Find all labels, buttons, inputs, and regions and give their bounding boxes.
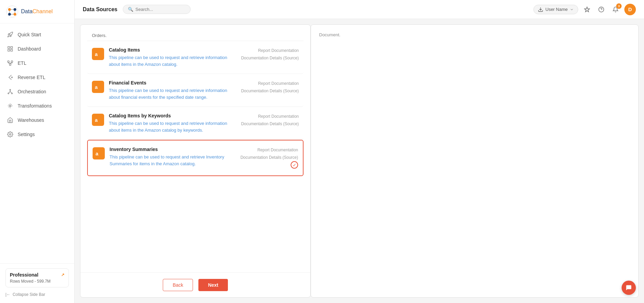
sidebar-item-dashboard[interactable]: Dashboard bbox=[0, 42, 74, 56]
topbar-right: User Name 3 D bbox=[533, 4, 636, 15]
sidebar-item-reverse-etl[interactable]: Reverse ETL bbox=[0, 70, 74, 84]
svg-point-4 bbox=[14, 13, 16, 16]
pipeline-desc-financial-events: This pipeline can be used to request and… bbox=[109, 87, 236, 100]
report-doc-link-4[interactable]: Report Documentation bbox=[240, 147, 298, 154]
truncated-text: Orders. bbox=[92, 33, 106, 38]
selected-check: ✓ bbox=[291, 161, 298, 169]
help-button[interactable] bbox=[596, 4, 607, 15]
pipeline-list-scroll[interactable]: Orders. a Catalog Items This pipeline ca… bbox=[80, 25, 310, 272]
main-content: Data Sources 🔍 User Name 3 D bbox=[75, 0, 644, 303]
sidebar-item-label-etl: ETL bbox=[18, 60, 26, 66]
doc-details-link-3[interactable]: Documentation Details (Source) bbox=[241, 120, 299, 128]
pipeline-content-financial-events: Financial Events This pipeline can be us… bbox=[109, 80, 236, 100]
sparkle-icon bbox=[584, 6, 590, 13]
content-area: Orders. a Catalog Items This pipeline ca… bbox=[75, 19, 644, 303]
pipeline-links-catalog-keywords: Report Documentation Documentation Detai… bbox=[241, 113, 299, 128]
pipeline-footer: Back Next bbox=[80, 272, 310, 297]
page-title: Data Sources bbox=[83, 6, 117, 13]
svg-point-0 bbox=[6, 6, 18, 17]
search-icon: 🔍 bbox=[128, 7, 133, 12]
avatar: D bbox=[624, 4, 636, 15]
report-doc-link-3[interactable]: Report Documentation bbox=[241, 113, 299, 120]
sidebar: DataChannel Quick Start Dashboard ETL bbox=[0, 0, 75, 303]
chat-bubble-button[interactable] bbox=[622, 281, 636, 295]
plan-name: Professional bbox=[10, 272, 38, 278]
logo-data: Data bbox=[21, 8, 33, 14]
pipeline-links-financial-events: Report Documentation Documentation Detai… bbox=[241, 80, 299, 95]
sidebar-item-label-quick-start: Quick Start bbox=[18, 32, 41, 37]
notification-badge: 3 bbox=[616, 3, 622, 9]
sidebar-item-transformations[interactable]: Transformations bbox=[0, 99, 74, 113]
collapse-icon: |← bbox=[5, 292, 11, 297]
pipeline-desc-catalog-items: This pipeline can be used to request and… bbox=[109, 54, 236, 68]
pipeline-content-catalog-items: Catalog Items This pipeline can be used … bbox=[109, 47, 236, 68]
report-doc-link-1[interactable]: Report Documentation bbox=[241, 47, 299, 55]
rocket-icon bbox=[7, 31, 14, 38]
grid-icon bbox=[7, 45, 14, 52]
doc-details-link-4[interactable]: Documentation Details (Source) bbox=[240, 154, 298, 162]
svg-point-21 bbox=[9, 134, 11, 135]
sidebar-item-warehouses[interactable]: Warehouses bbox=[0, 113, 74, 127]
pipeline-links-catalog-items: Report Documentation Documentation Detai… bbox=[241, 47, 299, 62]
collapse-sidebar-button[interactable]: |← Collapse Side Bar bbox=[5, 291, 69, 298]
doc-details-link-1[interactable]: Documentation Details (Source) bbox=[241, 55, 299, 62]
pipeline-panel: Orders. a Catalog Items This pipeline ca… bbox=[80, 24, 311, 298]
sidebar-nav: Quick Start Dashboard ETL Reverse ETL bbox=[0, 23, 74, 263]
amazon-icon-financial: a bbox=[92, 81, 104, 93]
pipeline-name-financial-events: Financial Events bbox=[109, 80, 236, 86]
warehouses-icon bbox=[7, 117, 14, 124]
pipeline-name-catalog-items: Catalog Items bbox=[109, 47, 236, 53]
pipeline-content-catalog-keywords: Catalog Items by Keywords This pipeline … bbox=[109, 113, 236, 133]
pipeline-links-inventory: Report Documentation Documentation Detai… bbox=[240, 147, 298, 161]
svg-rect-15 bbox=[9, 64, 11, 65]
orchestration-icon bbox=[7, 88, 14, 95]
external-link-icon[interactable]: ↗ bbox=[61, 272, 64, 277]
sidebar-item-label-reverse-etl: Reverse ETL bbox=[18, 75, 45, 80]
sidebar-item-settings[interactable]: Settings bbox=[0, 127, 74, 141]
svg-rect-13 bbox=[8, 61, 9, 62]
logo: DataChannel bbox=[0, 0, 74, 23]
svg-rect-9 bbox=[8, 46, 9, 48]
notifications-button[interactable]: 3 bbox=[610, 4, 621, 15]
doc-details-link-2[interactable]: Documentation Details (Source) bbox=[241, 88, 299, 95]
svg-point-17 bbox=[10, 89, 11, 90]
etl-icon bbox=[7, 60, 14, 67]
doc-text: Document. bbox=[319, 32, 340, 37]
reverse-etl-icon bbox=[7, 74, 14, 81]
sidebar-item-label-dashboard: Dashboard bbox=[18, 46, 41, 52]
settings-icon bbox=[7, 131, 14, 138]
search-box[interactable]: 🔍 bbox=[123, 5, 191, 14]
pipeline-desc-inventory: This pipeline can be used to request and… bbox=[110, 154, 236, 167]
logo-channel: Channel bbox=[33, 8, 53, 14]
svg-text:a: a bbox=[96, 151, 99, 156]
svg-text:a: a bbox=[95, 52, 98, 57]
inventory-right-panel: Report Documentation Documentation Detai… bbox=[240, 147, 298, 169]
pipeline-item-financial-events[interactable]: a Financial Events This pipeline can be … bbox=[87, 74, 304, 107]
logo-icon bbox=[6, 5, 18, 18]
sparkle-button[interactable] bbox=[582, 4, 592, 15]
pipeline-item-catalog-keywords[interactable]: a Catalog Items by Keywords This pipelin… bbox=[87, 107, 304, 140]
sidebar-item-quick-start[interactable]: Quick Start bbox=[0, 27, 74, 42]
truncated-item: Orders. bbox=[87, 28, 304, 41]
import-icon bbox=[538, 7, 543, 12]
pipeline-item-inventory-summaries[interactable]: a Inventory Summaries This pipeline can … bbox=[87, 140, 304, 176]
amazon-icon-catalog: a bbox=[92, 48, 104, 60]
svg-point-16 bbox=[12, 77, 13, 78]
plan-rows: Rows Moved - 599.7M bbox=[10, 279, 64, 284]
next-button[interactable]: Next bbox=[198, 279, 228, 291]
pipeline-name-catalog-keywords: Catalog Items by Keywords bbox=[109, 113, 236, 118]
user-dropdown-button[interactable]: User Name bbox=[533, 5, 578, 14]
search-input[interactable] bbox=[135, 7, 186, 12]
user-name-label: User Name bbox=[545, 7, 568, 12]
report-doc-link-2[interactable]: Report Documentation bbox=[241, 80, 299, 88]
back-button[interactable]: Back bbox=[163, 279, 193, 291]
sidebar-item-etl[interactable]: ETL bbox=[0, 56, 74, 70]
pipeline-desc-text-2: This pipeline can be used to request and… bbox=[109, 88, 227, 100]
topbar: Data Sources 🔍 User Name 3 D bbox=[75, 0, 644, 19]
sidebar-item-orchestration[interactable]: Orchestration bbox=[0, 84, 74, 99]
svg-rect-10 bbox=[11, 46, 13, 48]
svg-point-2 bbox=[14, 8, 16, 11]
svg-rect-12 bbox=[8, 50, 9, 51]
pipeline-desc-text: This pipeline can be used to request and… bbox=[109, 55, 227, 67]
pipeline-item-catalog-items[interactable]: a Catalog Items This pipeline can be use… bbox=[87, 41, 304, 74]
